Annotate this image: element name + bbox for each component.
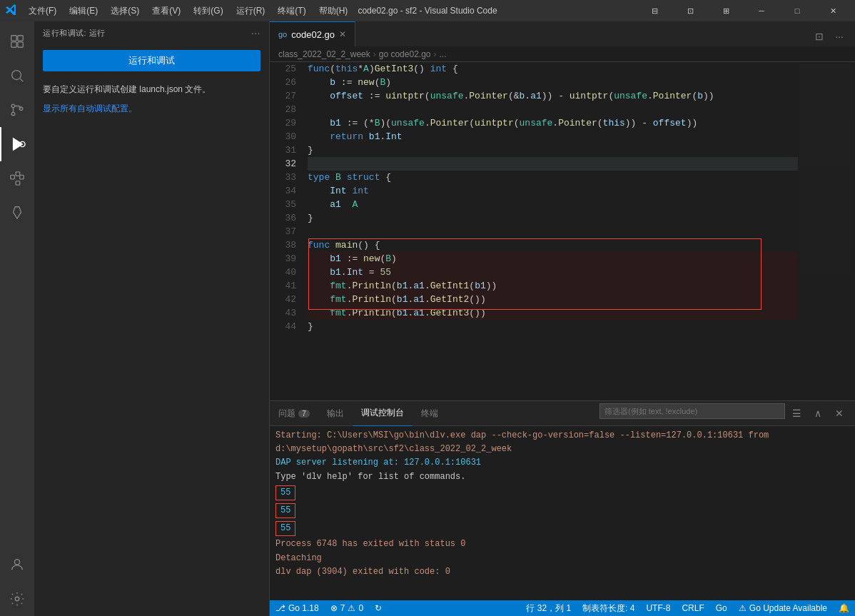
code-line-26: b := new(B) [308,76,798,89]
line-numbers: 25 26 27 28 29 30 31 32 33 34 35 36 37 3… [270,62,302,400]
code-line-33: type B struct { [308,171,798,184]
panel-collapse-btn[interactable]: ∧ [808,403,828,423]
status-git-branch[interactable]: ⎇ Go 1.18 [270,600,325,616]
line-num-25: 25 [275,62,296,76]
menu-view[interactable]: 查看(V) [146,3,186,19]
activity-test[interactable] [0,196,34,230]
svg-rect-13 [20,175,24,179]
titlebar: 文件(F) 编辑(E) 选择(S) 查看(V) 转到(G) 运行(R) 终端(T… [0,0,855,21]
tab-close-icon[interactable]: ✕ [339,29,346,39]
code-line-31: } [308,143,798,157]
run-debug-button[interactable]: 运行和调试 [43,50,260,71]
go-version: Go 1.18 [288,603,319,613]
panel-tab-terminal[interactable]: 终端 [413,401,447,426]
menu-run[interactable]: 运行(R) [231,3,271,19]
activity-account[interactable] [0,547,34,582]
window-layout-btn2[interactable]: ⊡ [674,0,707,21]
status-line-ending[interactable]: CRLF [676,600,709,616]
language-text: Go [716,603,727,613]
panel-tab-output[interactable]: 输出 [318,401,353,426]
line-ending-text: CRLF [682,603,704,613]
menu-help[interactable]: 帮助(H) [313,3,354,19]
window-minimize-btn[interactable]: ─ [745,0,778,21]
svg-rect-2 [11,42,16,47]
activity-settings[interactable] [0,582,34,616]
svg-point-16 [15,597,19,601]
code-editor[interactable]: 25 26 27 28 29 30 31 32 33 34 35 36 37 3… [270,62,798,400]
activity-run-debug[interactable] [0,127,34,161]
status-tab-size[interactable]: 制表符长度: 4 [577,600,640,616]
activity-search[interactable] [0,59,34,93]
status-update[interactable]: ⚠ Go Update Available [733,600,833,616]
line-num-38: 38 [275,238,296,252]
titlebar-left: 文件(F) 编辑(E) 选择(S) 查看(V) 转到(G) 运行(R) 终端(T… [6,3,353,19]
git-icon: ⎇ [275,603,285,613]
status-language[interactable]: Go [710,600,733,616]
line-num-33: 33 [275,171,296,184]
bell-icon: 🔔 [839,603,849,613]
sidebar-header-actions: ··· [251,27,260,39]
panel-tab-problems[interactable]: 问题 7 [270,401,318,426]
warnings-count: 0 [358,603,363,613]
encoding-text: UTF-8 [646,603,670,613]
code-line-25: func (this *A) GetInt3() int { [308,62,798,76]
code-content[interactable]: func (this *A) GetInt3() int { b := new(… [302,62,798,400]
menu-select[interactable]: 选择(S) [105,3,145,19]
errors-icon: ⊗ [330,603,338,613]
window-close-btn[interactable]: ✕ [816,0,849,21]
sync-icon: ↻ [375,603,382,613]
breadcrumb-sep1: › [373,49,376,59]
activity-bar [0,21,34,616]
split-editor-btn[interactable]: ⊡ [809,26,829,46]
activity-extensions[interactable] [0,161,34,196]
activity-source-control[interactable] [0,93,34,127]
line-num-40: 40 [275,266,296,279]
window-layout-btn[interactable]: ⊟ [638,0,671,21]
code-line-40: b1.Int = 55 [308,266,798,279]
menu-goto[interactable]: 转到(G) [188,3,228,19]
debug-output-line-1: Starting: C:\Users\MSI\go\bin\dlv.exe da… [275,429,849,456]
line-num-36: 36 [275,211,296,225]
sidebar-settings-icon[interactable]: ··· [251,27,260,39]
sidebar-description: 要自定义运行和调试创建 launch.json 文件。 [34,77,269,101]
tab-label: code02.go [291,29,335,40]
window-title: code02.go - sf2 - Visual Studio Code [358,6,497,16]
show-debug-configs-link[interactable]: 显示所有自动调试配置。 [34,101,269,121]
code-line-42: fmt.Println(b1.a1.GetInt2()) [308,293,798,306]
breadcrumb-file[interactable]: go code02.go [379,49,431,59]
panel-tab-debug[interactable]: 调试控制台 [353,401,413,426]
activity-explorer[interactable] [0,24,34,59]
status-notifications[interactable]: 🔔 [833,600,855,616]
debug-label: 调试控制台 [361,407,404,419]
problems-label: 问题 [278,408,295,420]
line-num-35: 35 [275,198,296,211]
line-num-27: 27 [275,89,296,103]
line-num-32: 32 [275,157,296,171]
debug-output-line-6: dlv dap (3904) exited with code: 0 [275,565,849,579]
status-position[interactable]: 行 32，列 1 [520,600,577,616]
panel-close-btn[interactable]: ✕ [829,403,849,423]
line-num-26: 26 [275,76,296,89]
menu-file[interactable]: 文件(F) [23,3,62,19]
code-line-35: a1 A [308,198,798,211]
editor-body: 25 26 27 28 29 30 31 32 33 34 35 36 37 3… [270,62,855,400]
errors-count: 7 [340,603,345,613]
breadcrumb-folder[interactable]: class_2022_02_2_week [278,49,370,59]
status-sync[interactable]: ↻ [369,600,388,616]
panel-filter-icon[interactable]: ☰ [786,403,806,423]
debug-output-line-4: Process 6748 has exited with status 0 [275,537,849,551]
menu-edit[interactable]: 编辑(E) [64,3,103,19]
more-actions-btn[interactable]: ··· [829,26,849,46]
status-encoding[interactable]: UTF-8 [640,600,676,616]
status-errors[interactable]: ⊗ 7 ⚠ 0 [325,600,369,616]
window-maximize-btn[interactable]: □ [781,0,814,21]
svg-line-5 [20,79,23,81]
window-layout-btn3[interactable]: ⊞ [709,0,742,21]
editor-tab-code02[interactable]: go code02.go ✕ [270,21,355,46]
panel-filter-input[interactable] [599,403,785,419]
bottom-panel: 问题 7 输出 调试控制台 终端 ☰ ∧ ✕ [270,400,855,600]
menu-terminal[interactable]: 终端(T) [272,3,311,19]
breadcrumb-symbol[interactable]: ... [440,49,447,59]
debug-value-3-container: 55 [275,521,295,536]
vscode-logo [6,4,17,18]
